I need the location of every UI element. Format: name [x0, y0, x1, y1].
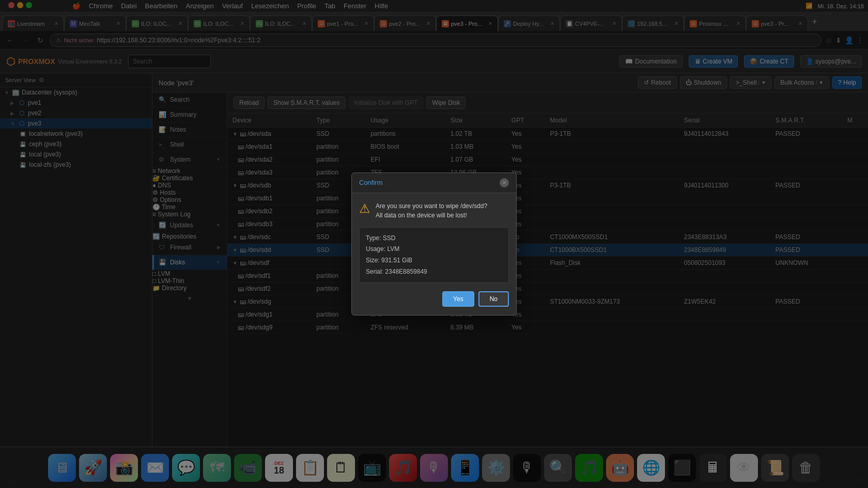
type-label: Type:: [366, 234, 381, 242]
type-value: SSD: [383, 234, 396, 242]
warning-icon: ⚠: [359, 201, 370, 216]
usage-label: Usage:: [366, 245, 385, 253]
modal-no-button[interactable]: No: [478, 291, 509, 307]
modal-header: Confirm ✕: [352, 173, 516, 193]
serial-label: Serial:: [366, 268, 383, 275]
modal-body: ⚠ Are you sure you want to wipe /dev/sdd…: [352, 193, 516, 315]
confirm-modal: Confirm ✕ ⚠ Are you sure you want to wip…: [351, 172, 517, 316]
modal-title: Confirm: [359, 179, 383, 186]
size-value: 931.51 GiB: [381, 257, 412, 264]
modal-warning: ⚠ Are you sure you want to wipe /dev/sdd…: [359, 201, 509, 220]
modal-close-button[interactable]: ✕: [500, 178, 509, 187]
modal-sub-question: All data on the device will be lost!: [376, 212, 467, 219]
modal-footer: Yes No: [359, 291, 509, 307]
modal-question: Are you sure you want to wipe /dev/sdd?: [376, 202, 487, 210]
size-label: Size:: [366, 257, 380, 264]
serial-value: 2348E8859849: [385, 268, 427, 275]
modal-yes-button[interactable]: Yes: [442, 291, 474, 307]
modal-overlay[interactable]: Confirm ✕ ⚠ Are you sure you want to wip…: [0, 0, 868, 488]
modal-details: Type: SSD Usage: LVM Size: 931.51 GiB Se…: [359, 227, 509, 283]
usage-value: LVM: [387, 245, 399, 253]
modal-message: Are you sure you want to wipe /dev/sdd? …: [376, 201, 487, 220]
